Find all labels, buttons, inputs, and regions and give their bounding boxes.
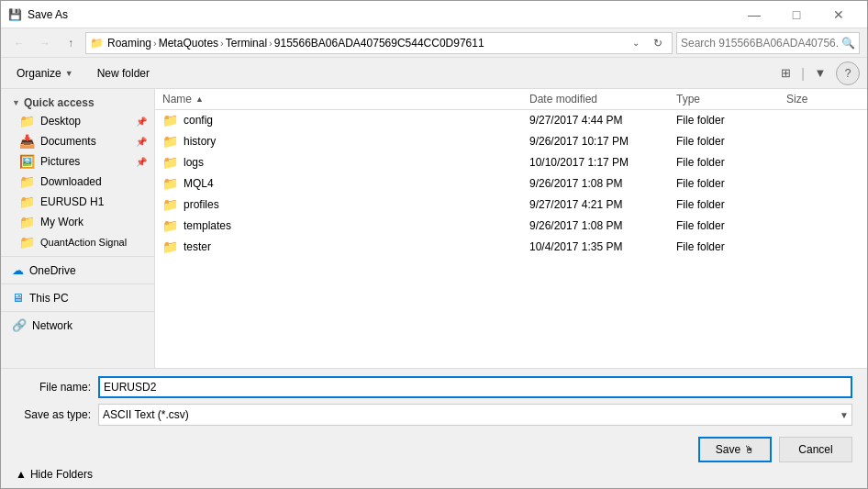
file-type: File folder: [676, 135, 786, 148]
table-row[interactable]: 📁 templates 9/26/2017 1:08 PM File folde…: [155, 216, 867, 237]
network-icon: 🔗: [12, 318, 27, 332]
filename-row: File name:: [16, 376, 852, 398]
table-row[interactable]: 📁 logs 10/10/2017 1:17 PM File folder: [155, 152, 867, 173]
file-date: 9/26/2017 1:08 PM: [529, 219, 676, 232]
documents-pin-icon: 📌: [136, 137, 147, 147]
col-size-header[interactable]: Size: [786, 93, 860, 106]
new-folder-label: New folder: [97, 67, 150, 80]
hide-folders-label: Hide Folders: [30, 468, 93, 481]
bottom-footer: ▲ Hide Folders: [16, 468, 852, 481]
file-date: 10/4/2017 1:35 PM: [529, 240, 676, 253]
filename-input[interactable]: [98, 376, 852, 398]
organize-arrow-icon: ▼: [65, 69, 73, 78]
address-refresh-button[interactable]: ↻: [648, 33, 668, 53]
sidebar-item-thispc[interactable]: 🖥 This PC: [1, 288, 154, 307]
pictures-folder-icon: 🖼️: [19, 154, 35, 169]
sidebar-item-network[interactable]: 🔗 Network: [1, 316, 154, 335]
downloaded-label: Downloaded: [40, 175, 102, 188]
desktop-pin-icon: 📌: [136, 117, 147, 127]
save-button[interactable]: Save 🖱: [698, 437, 772, 462]
mywork-label: My Work: [40, 216, 83, 228]
downloaded-folder-icon: 📁: [19, 174, 35, 189]
quick-access-chevron-icon: ▼: [12, 98, 20, 107]
cancel-button[interactable]: Cancel: [779, 437, 852, 462]
crumb-sep-2: ›: [220, 38, 224, 49]
address-crumbs: Roaming › MetaQuotes › Terminal › 915566…: [107, 37, 624, 50]
documents-folder-icon: 📥: [19, 134, 35, 149]
title-bar: 💾 Save As — □ ✕: [1, 1, 867, 28]
hide-folders-button[interactable]: ▲ Hide Folders: [16, 468, 93, 481]
quantaction-folder-icon: 📁: [19, 235, 35, 250]
col-type-header[interactable]: Type: [676, 93, 786, 106]
table-row[interactable]: 📁 profiles 9/27/2017 4:21 PM File folder: [155, 194, 867, 216]
table-row[interactable]: 📁 history 9/26/2017 10:17 PM File folder: [155, 131, 867, 152]
table-row[interactable]: 📁 config 9/27/2017 4:44 PM File folder: [155, 110, 867, 131]
file-name-text: MQL4: [184, 177, 214, 190]
file-date: 9/26/2017 10:17 PM: [529, 135, 676, 148]
sidebar-item-documents[interactable]: 📥 Documents 📌: [1, 131, 154, 151]
onedrive-label: OneDrive: [29, 264, 76, 277]
folder-icon: 📁: [162, 239, 178, 254]
thispc-label: This PC: [29, 292, 69, 305]
content-area: ▼ Quick access 📁 Desktop 📌 📥 Documents 📌…: [1, 89, 867, 368]
mywork-folder-icon: 📁: [19, 215, 35, 229]
file-date: 9/27/2017 4:44 PM: [529, 114, 676, 127]
back-button[interactable]: ←: [8, 32, 30, 54]
view-button[interactable]: ⊞: [773, 61, 797, 85]
crumb-sep-1: ›: [153, 38, 157, 49]
quick-access-header[interactable]: ▼ Quick access: [1, 93, 154, 111]
desktop-folder-icon: 📁: [19, 114, 35, 128]
new-folder-button[interactable]: New folder: [89, 61, 158, 85]
folder-icon: 📁: [162, 113, 178, 128]
sidebar-item-mywork[interactable]: 📁 My Work: [1, 212, 154, 232]
file-type: File folder: [676, 177, 786, 190]
quantaction-label: QuantAction Signal: [40, 237, 127, 248]
file-name-text: tester: [184, 240, 211, 253]
crumb-id: 915566BA06ADA407569C544CC0D97611: [274, 37, 484, 50]
crumb-roaming: Roaming: [107, 37, 151, 50]
up-button[interactable]: ↑: [60, 32, 82, 54]
help-button[interactable]: ?: [836, 61, 860, 85]
sidebar-item-eurusd[interactable]: 📁 EURUSD H1: [1, 192, 154, 212]
pictures-label: Pictures: [40, 155, 80, 168]
file-type: File folder: [676, 156, 786, 169]
savetype-select[interactable]: ASCII Text (*.csv) CSV (Comma delimited)…: [98, 404, 852, 426]
sidebar-item-quantaction[interactable]: 📁 QuantAction Signal: [1, 232, 154, 252]
col-name-header[interactable]: Name ▲: [162, 93, 529, 106]
sidebar-item-onedrive[interactable]: ☁ OneDrive: [1, 261, 154, 280]
search-box: 🔍: [676, 32, 860, 54]
file-date: 9/27/2017 4:21 PM: [529, 198, 676, 211]
minimize-button[interactable]: —: [733, 1, 775, 28]
sidebar-item-downloaded[interactable]: 📁 Downloaded: [1, 172, 154, 192]
onedrive-icon: ☁: [12, 263, 24, 277]
thispc-icon: 🖥: [12, 291, 24, 305]
sidebar-item-desktop[interactable]: 📁 Desktop 📌: [1, 111, 154, 131]
maximize-button[interactable]: □: [775, 1, 818, 28]
file-date: 9/26/2017 1:08 PM: [529, 177, 676, 190]
file-type: File folder: [676, 219, 786, 232]
forward-button[interactable]: →: [34, 32, 56, 54]
pictures-pin-icon: 📌: [136, 157, 147, 167]
close-button[interactable]: ✕: [818, 1, 860, 28]
crumb-sep-3: ›: [269, 38, 273, 49]
view-divider: |: [801, 66, 805, 81]
table-row[interactable]: 📁 tester 10/4/2017 1:35 PM File folder: [155, 237, 867, 258]
sidebar-item-pictures[interactable]: 🖼️ Pictures 📌: [1, 151, 154, 172]
organize-button[interactable]: Organize ▼: [8, 61, 82, 85]
address-bar: 📁 Roaming › MetaQuotes › Terminal › 9155…: [85, 32, 673, 54]
view-arrow-button[interactable]: ▼: [808, 61, 832, 85]
folder-icon: 📁: [162, 197, 178, 212]
quick-access-label: Quick access: [24, 96, 95, 109]
address-dropdown-button[interactable]: ⌄: [628, 33, 644, 53]
crumb-terminal: Terminal: [226, 37, 267, 50]
savetype-label: Save as type:: [16, 408, 98, 421]
table-row[interactable]: 📁 MQL4 9/26/2017 1:08 PM File folder: [155, 173, 867, 194]
file-name-text: logs: [184, 156, 204, 169]
search-input[interactable]: [681, 37, 838, 50]
col-date-header[interactable]: Date modified: [529, 93, 676, 106]
search-icon: 🔍: [841, 37, 855, 50]
bottom-section: File name: Save as type: ASCII Text (*.c…: [1, 368, 867, 488]
eurusd-label: EURUSD H1: [40, 195, 104, 208]
folder-icon: 📁: [162, 155, 178, 170]
documents-label: Documents: [40, 135, 96, 148]
